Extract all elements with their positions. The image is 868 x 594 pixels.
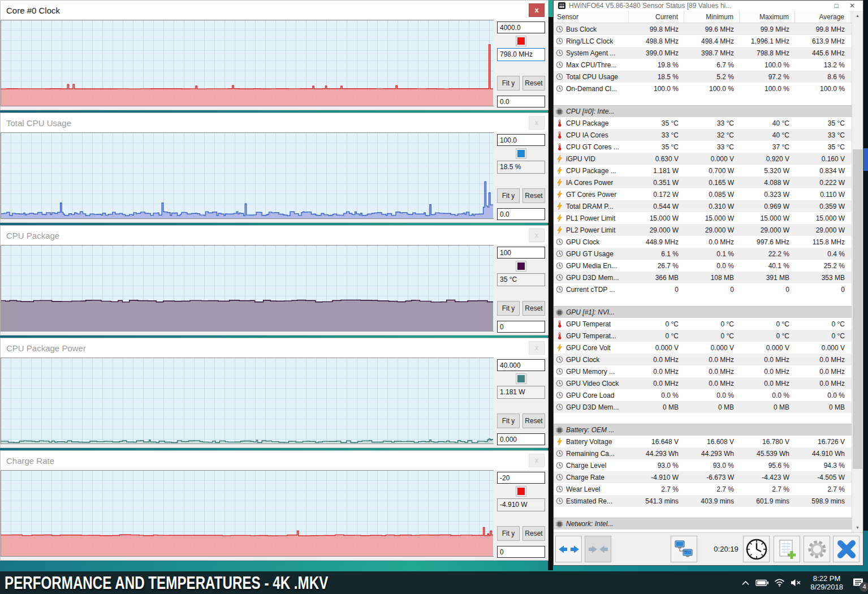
y-min-input[interactable]	[497, 208, 545, 220]
reset-button[interactable]: Reset	[522, 76, 545, 91]
sensor-row[interactable]: On-Demand Cl...100.0 %100.0 %100.0 %100.…	[554, 83, 852, 94]
sensor-row[interactable]: CPU Package ...1.181 W0.700 W5.320 W0.83…	[554, 165, 852, 177]
wifi-icon[interactable]	[771, 579, 788, 587]
close-icon[interactable]: x	[529, 116, 545, 130]
battery-icon[interactable]	[754, 578, 771, 587]
sensor-row[interactable]: Ring/LLC Clock498.8 MHz498.4 MHz1,996.1 …	[554, 35, 852, 47]
current-value-box[interactable]: 18.5 %	[497, 161, 545, 174]
sensor-row[interactable]: PL1 Power Limit15.000 W15.000 W15.000 W1…	[554, 212, 852, 224]
close-button[interactable]	[833, 536, 860, 562]
sensor-row[interactable]: GPU Memory ...0.0 MHz0.0 MHz0.0 MHz0.0 M…	[554, 365, 852, 377]
graph-window-titlebar[interactable]: Total CPU Usage x	[1, 113, 548, 132]
sensor-row[interactable]: GPU Clock448.9 MHz0.0 MHz997.6 MHz115.8 …	[554, 236, 852, 248]
sensor-row[interactable]: Total CPU Usage18.5 %5.2 %97.2 %8.6 %	[554, 71, 852, 83]
sensor-row[interactable]: Estimated Re...541.3 mins403.9 mins601.9…	[554, 495, 852, 507]
current-value-box[interactable]: -4.910 W	[497, 498, 545, 511]
close-icon[interactable]: x	[529, 229, 545, 242]
column-header-current[interactable]: Current	[629, 11, 684, 23]
graph-window-titlebar[interactable]: Core #0 Clock x	[1, 1, 548, 20]
sensor-row[interactable]: GPU GT Usage6.1 %0.1 %22.2 %0.4 %	[554, 248, 852, 260]
sensor-row[interactable]: GPU Temperat0 °C0 °C0 °C0 °C	[554, 318, 852, 330]
y-min-input[interactable]	[497, 546, 545, 558]
sensor-row[interactable]: Bus Clock99.8 MHz99.6 MHz99.9 MHz99.8 MH…	[554, 23, 852, 35]
sensor-row[interactable]: Current cTDP ...0000	[554, 283, 852, 295]
close-icon[interactable]: x	[529, 341, 545, 355]
y-max-input[interactable]	[497, 359, 545, 371]
sensor-row[interactable]: Max CPU/Thre...19.8 %6.7 %100.0 %13.2 %	[554, 59, 852, 71]
y-max-input[interactable]	[497, 21, 545, 33]
current-value-box[interactable]: 798.0 MHz	[497, 48, 545, 61]
graph-plot[interactable]	[1, 20, 494, 106]
reset-button[interactable]: Reset	[522, 301, 545, 316]
close-icon[interactable]: x	[529, 3, 545, 17]
y-min-input[interactable]	[497, 321, 545, 333]
series-color-swatch[interactable]	[516, 486, 526, 497]
graph-plot[interactable]	[1, 358, 494, 444]
maximize-icon[interactable]: □	[830, 2, 843, 10]
y-max-input[interactable]	[497, 247, 545, 259]
sensor-row[interactable]: Charge Rate-4.910 W-6.673 W-4.423 W-4.50…	[554, 471, 852, 483]
history-arrows-button[interactable]	[555, 536, 582, 562]
sensor-row[interactable]: Remaining Ca...44.293 Wh44.293 Wh45.539 …	[554, 447, 852, 459]
clock-button[interactable]	[743, 536, 770, 562]
series-color-swatch[interactable]	[516, 148, 526, 159]
sensor-section-row[interactable]: GPU [#1]: NVI...	[554, 306, 852, 318]
fit-y-button[interactable]: Fit y	[497, 188, 520, 203]
sensor-row[interactable]: Battery Voltage16.648 V16.608 V16.780 V1…	[554, 436, 852, 447]
sensor-row[interactable]: GPU Video Clock0.0 MHz0.0 MHz0.0 MHz0.0 …	[554, 377, 852, 389]
y-min-input[interactable]	[497, 96, 545, 107]
reset-button[interactable]: Reset	[522, 414, 545, 428]
sensor-row[interactable]: GPU Core Volt0.000 V0.000 V0.000 V0.000 …	[554, 342, 852, 354]
reset-button[interactable]: Reset	[522, 526, 545, 541]
sensor-row[interactable]: GPU Core Load0.0 %0.0 %0.0 %0.0 %	[554, 389, 852, 401]
action-center-icon[interactable]: 4	[849, 571, 868, 594]
sensor-row[interactable]: GPU Media En...26.7 %0.0 %40.1 %25.2 %	[554, 260, 852, 272]
y-min-input[interactable]	[497, 433, 545, 445]
fit-y-button[interactable]: Fit y	[497, 526, 520, 541]
sensor-row[interactable]: CPU IA Cores33 °C32 °C40 °C33 °C	[554, 129, 852, 141]
graph-window-titlebar[interactable]: CPU Package Power x	[1, 338, 548, 358]
sensor-section-row[interactable]: Battery: OEM ...	[554, 424, 852, 436]
graph-window-titlebar[interactable]: Charge Rate x	[1, 451, 548, 470]
sensor-row[interactable]: GPU Clock0.0 MHz0.0 MHz0.0 MHz0.0 MHz	[554, 354, 852, 365]
scroll-up-icon[interactable]: ▲	[852, 11, 863, 20]
y-max-input[interactable]	[497, 134, 545, 146]
add-report-button[interactable]	[774, 536, 800, 562]
sensor-row[interactable]: Total DRAM P...0.544 W0.310 W0.969 W0.35…	[554, 200, 852, 212]
graph-plot[interactable]	[1, 245, 494, 332]
volume-muted-icon[interactable]	[788, 579, 805, 587]
reset-button[interactable]: Reset	[522, 188, 545, 203]
sensor-row[interactable]: iGPU VID0.630 V0.000 V0.920 V0.160 V	[554, 153, 852, 165]
tray-chevron-up-icon[interactable]	[737, 580, 754, 586]
series-color-swatch[interactable]	[516, 261, 526, 272]
sensor-row[interactable]: GT Cores Power0.172 W0.085 W0.323 W0.110…	[554, 188, 852, 200]
compare-arrows-button[interactable]	[585, 536, 611, 562]
sensor-row[interactable]: CPU Package35 °C33 °C40 °C35 °C	[554, 117, 852, 129]
scrollbar[interactable]: ▲ ▼	[852, 11, 863, 532]
close-icon[interactable]: x	[529, 454, 545, 467]
fit-y-button[interactable]: Fit y	[497, 76, 520, 91]
close-icon[interactable]: ✕	[846, 2, 858, 10]
column-header-average[interactable]: Average	[795, 11, 850, 23]
series-color-swatch[interactable]	[516, 373, 526, 384]
graph-window-titlebar[interactable]: CPU Package x	[1, 226, 548, 245]
column-header-minimum[interactable]: Minimum	[684, 11, 740, 23]
taskbar-clock[interactable]: 8:22 PM 8/29/2018	[810, 574, 843, 591]
column-header-sensor[interactable]: Sensor	[554, 11, 629, 23]
sensor-row[interactable]: CPU GT Cores ...35 °C33 °C37 °C35 °C	[554, 141, 852, 153]
sensor-row[interactable]: Wear Level2.7 %2.7 %2.7 %2.7 %	[554, 483, 852, 495]
sensor-section-row[interactable]: Network: Intel...	[554, 518, 852, 530]
fit-y-button[interactable]: Fit y	[497, 414, 520, 428]
sensor-row[interactable]: IA Cores Power0.351 W0.165 W4.088 W0.222…	[554, 177, 852, 188]
hwinfo-titlebar[interactable]: HWiNFO64 V5.86-3480 Sensor Status [89 Va…	[554, 1, 863, 11]
sensor-row[interactable]: GPU Temperat...0 °C0 °C0 °C0 °C	[554, 330, 852, 342]
series-color-swatch[interactable]	[516, 36, 526, 46]
column-header-maximum[interactable]: Maximum	[740, 11, 795, 23]
sensor-section-row[interactable]: CPU [#0]: Inte...	[554, 105, 852, 117]
graph-plot[interactable]	[1, 132, 494, 219]
sensor-row[interactable]: PL2 Power Limit29.000 W29.000 W29.000 W2…	[554, 224, 852, 236]
y-max-input[interactable]	[497, 472, 545, 484]
scroll-down-icon[interactable]: ▼	[852, 523, 863, 532]
sensor-row[interactable]: GPU D3D Mem...0 MB0 MB0 MB0 MB	[554, 401, 852, 413]
sensor-row[interactable]: Charge Level93.0 %93.0 %95.6 %94.3 %	[554, 459, 852, 471]
